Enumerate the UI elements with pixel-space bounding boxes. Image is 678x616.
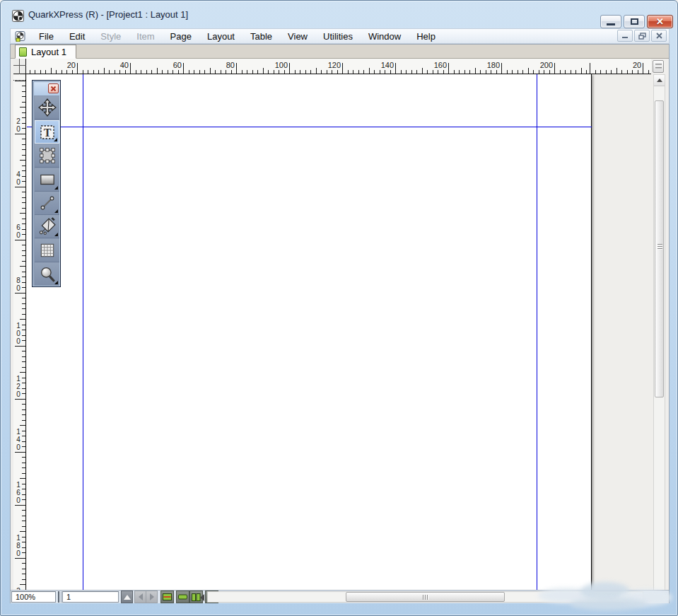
box-tool[interactable] [35, 168, 59, 192]
menu-item-window[interactable]: Window [361, 30, 409, 43]
menu-item-style: Style [93, 30, 129, 43]
left-margin-guide[interactable] [83, 74, 83, 590]
ruler-tick [104, 68, 105, 74]
ruler-tick [56, 70, 57, 74]
ruler-label: 200 [533, 61, 553, 69]
ruler-label: 80 [13, 264, 23, 292]
ruler-tick [539, 70, 539, 74]
layout-tab-bar: Layout 1 [11, 45, 669, 59]
ruler-tick [22, 409, 25, 410]
item-tool[interactable] [35, 96, 59, 120]
right-margin-guide[interactable] [537, 74, 537, 590]
ruler-tick [321, 70, 322, 74]
ruler-tick [15, 134, 25, 134]
ruler-tick [151, 70, 152, 74]
vertical-scroll-thumb[interactable] [655, 100, 664, 397]
doc-restore-button[interactable] [634, 30, 650, 42]
ruler-tick [621, 70, 622, 74]
menu-item-edit[interactable]: Edit [62, 30, 93, 43]
doc-restore-icon [638, 33, 646, 40]
document-page[interactable] [27, 74, 592, 590]
menu-item-item: Item [129, 30, 162, 43]
doc-minimize-button[interactable] [617, 30, 633, 42]
ruler-tick [257, 70, 258, 74]
single-page-view-button[interactable] [176, 591, 189, 603]
ruler-tick [554, 63, 555, 74]
ruler-tick [433, 70, 433, 74]
arrow-left-icon [200, 594, 204, 601]
close-button[interactable]: ✕ [647, 15, 673, 28]
ruler-tick [22, 245, 25, 245]
ruler-label: 200 [13, 582, 23, 591]
picture-content-tool[interactable] [35, 144, 59, 168]
page-margins-view-button[interactable] [160, 591, 174, 603]
menu-item-table[interactable]: Table [242, 30, 280, 43]
ruler-tick [221, 70, 221, 74]
box-tool-icon [38, 170, 57, 189]
page-number-field[interactable]: 1 [62, 591, 119, 603]
split-handle[interactable] [58, 591, 62, 603]
minimize-button[interactable] [600, 15, 621, 28]
tab-label: Layout 1 [31, 47, 66, 57]
zoom-level-field[interactable]: 100% [11, 591, 56, 603]
title-bar[interactable]: QuarkXPress (R) - [Project1 : Layout 1] … [3, 3, 677, 27]
ruler-tick [15, 81, 25, 81]
ruler-tick [162, 70, 163, 74]
menu-item-layout[interactable]: Layout [199, 30, 242, 43]
line-tool[interactable] [35, 192, 59, 215]
ruler-tick [22, 308, 25, 309]
ruler-tick [194, 70, 194, 74]
menu-item-utilities[interactable]: Utilities [315, 30, 361, 43]
ruler-tick [22, 510, 25, 511]
ruler-tick [469, 70, 470, 74]
menu-items: FileEditStyleItemPageLayoutTableViewUtil… [31, 30, 443, 43]
ruler-tick [22, 91, 25, 92]
restore-button[interactable] [624, 15, 645, 28]
palette-close-button[interactable] [48, 83, 59, 93]
ruler-tick [459, 70, 460, 74]
ruler-tick [512, 70, 513, 74]
horizontal-ruler[interactable]: 2040608010012014016018020020 [26, 59, 651, 74]
tool-palette[interactable]: T [32, 80, 61, 287]
ruler-tick [486, 70, 486, 74]
text-content-tool[interactable]: T [35, 120, 59, 144]
ridge-icon [655, 67, 662, 69]
bezier-pen-tool[interactable] [35, 215, 59, 238]
flyout-triangle-icon [54, 186, 58, 190]
palette-title-bar[interactable] [34, 82, 60, 95]
ruler-label: 20 [621, 61, 641, 69]
ruler-tick [332, 70, 332, 74]
vertical-scrollbar[interactable] [653, 74, 665, 603]
scroll-up-button[interactable] [654, 75, 665, 86]
ruler-tick [406, 70, 407, 74]
ruler-tick [115, 70, 115, 74]
tab-layout-1[interactable]: Layout 1 [15, 45, 76, 59]
ruler-corner-button[interactable] [653, 60, 664, 73]
ruler-tick [141, 70, 141, 74]
zoom-tool[interactable] [35, 262, 59, 286]
horizontal-scrollbar[interactable] [207, 591, 643, 603]
ruler-tick [448, 63, 449, 74]
ruler-tick [374, 70, 375, 74]
pasteboard[interactable] [26, 74, 653, 590]
ruler-label: 160 [13, 476, 23, 504]
menu-item-view[interactable]: View [280, 30, 315, 43]
flyout-triangle-icon [54, 209, 58, 213]
page-popup-button[interactable] [121, 591, 133, 603]
menu-item-help[interactable]: Help [409, 30, 443, 43]
svg-text:T: T [43, 127, 51, 139]
ruler-tick [22, 521, 25, 521]
hscroll-left-button[interactable] [198, 592, 206, 603]
menu-item-file[interactable]: File [31, 30, 62, 43]
arrow-up-icon [124, 595, 131, 600]
doc-close-button[interactable] [651, 30, 667, 42]
top-margin-guide[interactable] [27, 127, 592, 127]
ruler-tick [22, 574, 25, 574]
ruler-tick [93, 70, 94, 74]
vertical-ruler[interactable]: 20406080100120140160180200 [13, 74, 26, 590]
menu-item-page[interactable]: Page [163, 30, 199, 43]
horizontal-scroll-thumb[interactable] [346, 592, 505, 602]
table-tool[interactable] [35, 239, 59, 262]
ruler-origin-box[interactable] [13, 59, 26, 74]
ruler-tick [22, 303, 25, 304]
